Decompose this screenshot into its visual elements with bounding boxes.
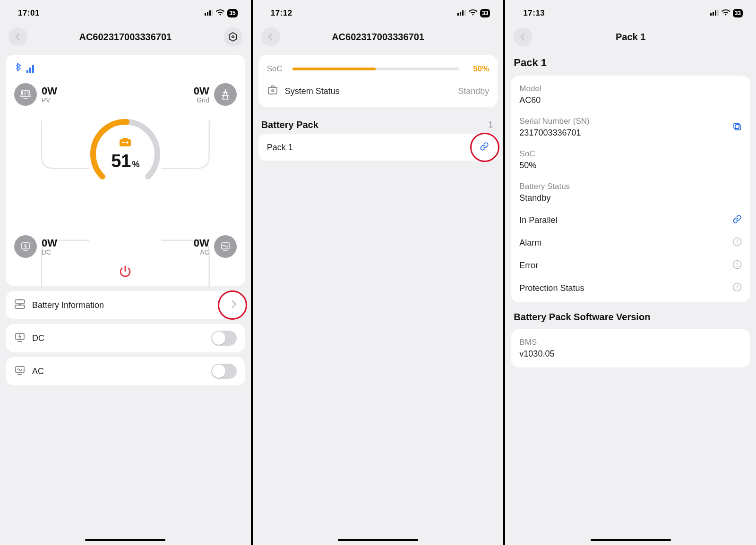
svg-rect-12	[120, 139, 131, 146]
screen-device-overview: 17:01 35 AC602317003336701	[0, 0, 251, 545]
solar-panel-icon	[14, 83, 37, 106]
cellular-icon	[205, 9, 213, 17]
error-row[interactable]: Error	[511, 254, 750, 277]
cellular-icon	[457, 9, 466, 17]
pv-label: PV	[42, 96, 57, 104]
bms-value: v1030.05	[519, 349, 742, 359]
status-bar: 17:01 35	[0, 3, 251, 24]
alarm-row[interactable]: Alarm	[511, 231, 750, 254]
soc-value: 50%	[519, 161, 742, 170]
ac-toggle[interactable]	[211, 364, 237, 379]
battery-information-row[interactable]: Battery Information	[6, 291, 245, 319]
app-header: AC602317003336701	[253, 24, 504, 50]
ac-label: AC	[194, 248, 209, 256]
dc-toggle-row: DC	[6, 324, 245, 352]
pack-section-title: Pack 1	[505, 50, 756, 73]
status-time: 17:01	[18, 9, 40, 18]
svg-rect-3	[212, 10, 213, 16]
link-icon	[480, 142, 489, 153]
dc-row-label: DC	[32, 333, 44, 343]
power-off-button[interactable]	[118, 264, 132, 281]
pv-watt-value: 0W	[42, 85, 57, 97]
status-time: 17:13	[523, 9, 545, 18]
page-title: AC602317003336701	[332, 32, 424, 43]
status-bar: 17:13 33	[505, 3, 756, 24]
info-circle-icon	[732, 260, 742, 271]
ac-toggle-row: AC	[6, 357, 245, 385]
cellular-icon	[710, 9, 719, 17]
battery-pack-section-header: Battery Pack 1	[253, 112, 504, 132]
svg-rect-28	[713, 12, 714, 16]
svg-rect-40	[737, 285, 738, 288]
info-circle-icon	[732, 282, 742, 294]
soc-gauge: 51%	[87, 116, 163, 192]
svg-point-38	[737, 266, 738, 267]
svg-point-35	[737, 243, 738, 244]
svg-rect-31	[735, 125, 740, 130]
system-status-card: SoC 50% System Status Standby	[258, 55, 498, 107]
screen-battery-info: 17:12 33 AC602317003336701 SoC 50% Syste…	[253, 0, 504, 545]
home-indicator[interactable]	[85, 539, 165, 541]
svg-point-26	[272, 90, 274, 92]
bms-key: BMS	[519, 338, 742, 347]
soc-gauge-value: 51	[111, 151, 131, 171]
soc-row: SoC 50%	[511, 144, 750, 176]
battery-pack-heading: Battery Pack	[261, 119, 318, 130]
soc-label: SoC	[267, 64, 286, 74]
battery-status-row: Battery Status Standby	[511, 176, 750, 209]
error-label: Error	[519, 261, 538, 271]
svg-rect-16	[18, 299, 21, 300]
dc-label: DC	[42, 248, 57, 256]
in-parallel-label: In Parallel	[519, 215, 557, 225]
home-indicator[interactable]	[591, 539, 671, 541]
bms-row: BMS v1030.05	[511, 332, 750, 365]
soc-progress-bar	[292, 68, 459, 70]
alarm-label: Alarm	[519, 238, 541, 248]
status-time: 17:12	[271, 9, 292, 18]
svg-rect-20	[457, 13, 459, 16]
svg-rect-14	[15, 300, 25, 303]
pack-1-row[interactable]: Pack 1	[258, 134, 498, 161]
svg-rect-23	[464, 10, 466, 16]
protection-status-row[interactable]: Protection Status	[511, 277, 750, 299]
model-key: Model	[519, 84, 742, 94]
ac-device-icon	[14, 365, 26, 377]
page-title: AC602317003336701	[79, 32, 172, 43]
info-circle-icon	[732, 237, 742, 248]
battery-status-icon: 33	[733, 9, 743, 17]
svg-rect-25	[271, 86, 274, 87]
wifi-icon	[216, 9, 224, 17]
grid-label: Grid	[194, 96, 209, 104]
svg-point-4	[232, 36, 233, 38]
serial-row: Serial Number (SN) 2317003336701	[511, 111, 750, 144]
battery-stack-icon	[14, 299, 26, 311]
ac-output-node: 0WAC	[194, 235, 237, 258]
svg-rect-5	[26, 70, 28, 73]
pv-input-node: 0WPV	[14, 83, 57, 106]
serial-key: Serial Number (SN)	[519, 117, 742, 126]
svg-rect-37	[737, 262, 738, 265]
status-bar: 17:12 33	[253, 3, 504, 24]
copy-icon[interactable]	[732, 122, 742, 133]
ac-row-label: AC	[32, 366, 44, 376]
system-status-value: Standby	[458, 86, 489, 96]
svg-rect-17	[18, 304, 21, 306]
svg-rect-6	[29, 68, 31, 73]
dc-output-node: 0WDC	[14, 235, 57, 258]
dc-toggle[interactable]	[211, 331, 237, 346]
settings-button[interactable]	[223, 27, 242, 46]
wifi-icon	[469, 9, 477, 17]
svg-rect-1	[207, 12, 208, 16]
ac-watt-value: 0W	[194, 237, 209, 249]
svg-rect-7	[32, 65, 34, 73]
in-parallel-row[interactable]: In Parallel	[511, 209, 750, 231]
home-indicator[interactable]	[338, 539, 418, 541]
system-status-label: System Status	[285, 86, 340, 96]
signal-bars-icon	[26, 65, 35, 75]
back-button[interactable]	[9, 27, 27, 46]
soc-key: SoC	[519, 149, 742, 159]
back-button[interactable]	[514, 27, 533, 46]
dc-watt-value: 0W	[42, 237, 57, 249]
bluetooth-icon	[14, 61, 22, 75]
back-button[interactable]	[261, 27, 280, 46]
